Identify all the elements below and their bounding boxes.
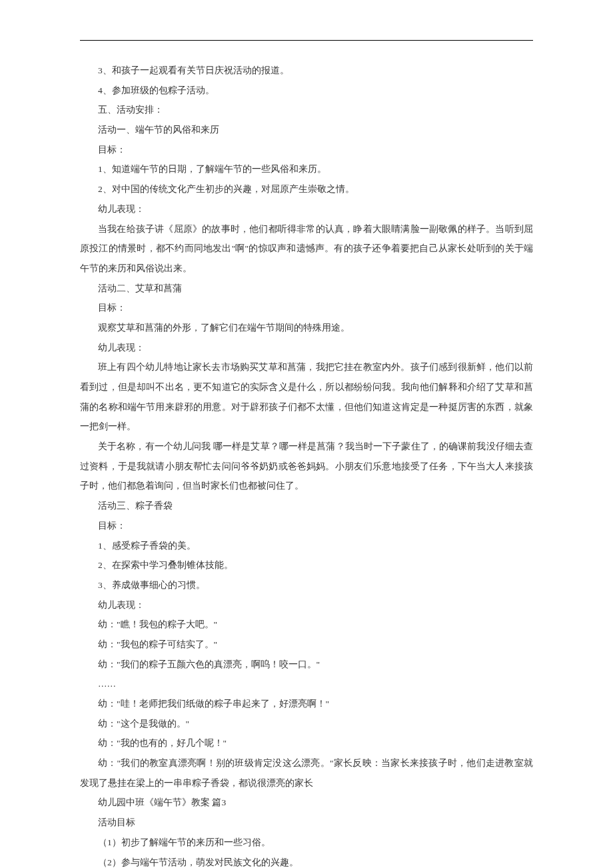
body-text: 幼："哇！老师把我们纸做的粽子串起来了，好漂亮啊！" <box>80 694 533 714</box>
body-text: 1、感受粽子香袋的美。 <box>80 536 533 556</box>
body-text: 目标： <box>80 298 533 318</box>
body-text: 幼儿表现： <box>80 595 533 615</box>
body-text: 五、活动安排： <box>80 100 533 120</box>
body-text: 幼："这个是我做的。" <box>80 714 533 734</box>
body-text: 幼："我们的粽子五颜六色的真漂亮，啊呜！咬一口。" <box>80 655 533 675</box>
body-text: …… <box>80 674 533 694</box>
body-text: 幼："我的也有的，好几个呢！" <box>80 733 533 753</box>
body-text: 幼儿表现： <box>80 338 533 358</box>
body-text: 幼："瞧！我包的粽子大吧。" <box>80 615 533 635</box>
body-text: 幼儿园中班《端午节》教案 篇3 <box>80 793 533 813</box>
body-paragraph: 关于名称，有一个幼儿问我 哪一样是艾草？哪一样是菖蒲？我当时一下子蒙住了，的确课… <box>80 437 533 496</box>
body-text: 幼："我包的粽子可结实了。" <box>80 635 533 655</box>
body-text: 活动一、端午节的风俗和来历 <box>80 120 533 140</box>
body-text: 活动二、艾草和菖蒲 <box>80 279 533 299</box>
body-text: 4、参加班级的包粽子活动。 <box>80 81 533 101</box>
body-text: 活动三、粽子香袋 <box>80 496 533 516</box>
document-page: 3、和孩子一起观看有关节日庆祝活动的报道。 4、参加班级的包粽子活动。 五、活动… <box>0 0 613 868</box>
body-paragraph: 幼："我们的教室真漂亮啊！别的班级肯定没这么漂亮。"家长反映：当家长来接孩子时，… <box>80 753 533 793</box>
body-text: 3、养成做事细心的习惯。 <box>80 575 533 595</box>
body-paragraph: 当我在给孩子讲《屈原》的故事时，他们都听得非常的认真，睁着大眼睛满脸一副敬佩的样… <box>80 219 533 279</box>
horizontal-rule <box>80 40 533 41</box>
body-paragraph: 班上有四个幼儿特地让家长去市场购买艾草和菖蒲，我把它挂在教室内外。孩子们感到很新… <box>80 357 533 437</box>
body-text: 目标： <box>80 140 533 160</box>
body-text: 活动目标 <box>80 813 533 833</box>
body-text: 2、对中国的传统文化产生初步的兴趣，对屈原产生崇敬之情。 <box>80 179 533 199</box>
body-text: 观察艾草和菖蒲的外形，了解它们在端午节期间的特殊用途。 <box>80 318 533 338</box>
body-text: （1）初步了解端午节的来历和一些习俗。 <box>80 833 533 853</box>
body-text: 幼儿表现： <box>80 199 533 219</box>
body-text: 2、在探索中学习叠制锥体技能。 <box>80 555 533 575</box>
body-text: （2）参与端午节活动，萌发对民族文化的兴趣。 <box>80 853 533 869</box>
body-text: 1、知道端午节的日期，了解端午节的一些风俗和来历。 <box>80 159 533 179</box>
body-text: 目标： <box>80 516 533 536</box>
body-text: 3、和孩子一起观看有关节日庆祝活动的报道。 <box>80 61 533 81</box>
